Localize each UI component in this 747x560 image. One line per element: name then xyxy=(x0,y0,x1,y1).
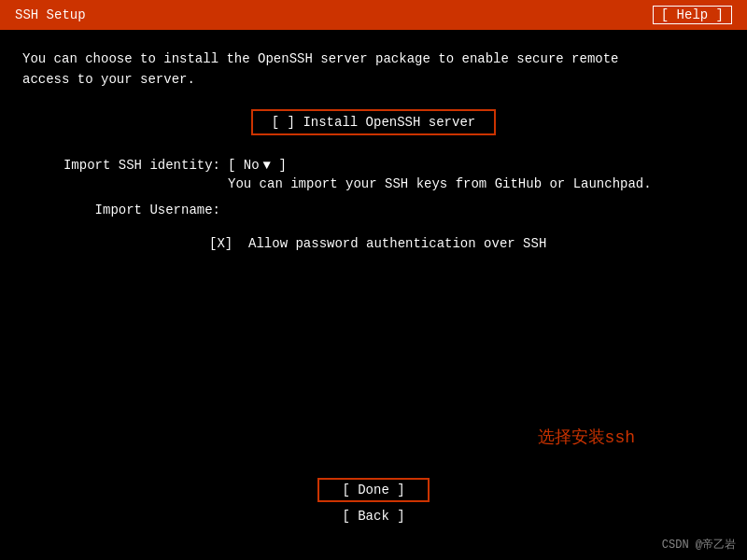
back-button[interactable]: [ Back ] xyxy=(317,506,430,526)
allow-password-row[interactable]: [X] Allow password authentication over S… xyxy=(22,236,725,251)
title-bar: SSH Setup [ Help ] xyxy=(0,0,747,30)
import-ssh-value: [ No xyxy=(228,158,260,173)
description-line1: You can choose to install the OpenSSH se… xyxy=(22,51,619,66)
import-ssh-dropdown[interactable]: [ No ▼ ] xyxy=(228,158,652,173)
install-openssh-option[interactable]: [ ] Install OpenSSH server xyxy=(22,109,725,135)
watermark: CSDN @帝乙岩 xyxy=(662,537,736,553)
app-title: SSH Setup xyxy=(15,7,86,22)
import-ssh-label: Import SSH identity: xyxy=(22,158,228,173)
allow-password-label: Allow password authentication over SSH xyxy=(248,236,546,251)
import-ssh-value-block: [ No ▼ ] You can import your SSH keys fr… xyxy=(228,158,652,191)
import-ssh-arrow: ▼ ] xyxy=(263,158,287,173)
import-username-row: Import Username: xyxy=(22,203,725,217)
import-username-input[interactable] xyxy=(228,203,235,217)
form-section: Import SSH identity: [ No ▼ ] You can im… xyxy=(22,158,725,251)
annotation-text: 选择安装ssh xyxy=(538,426,635,448)
bottom-buttons: [ Done ] [ Back ] xyxy=(0,478,747,526)
description-line2: access to your server. xyxy=(22,72,195,87)
import-ssh-hint: You can import your SSH keys from GitHub… xyxy=(228,176,652,191)
description-block: You can choose to install the OpenSSH se… xyxy=(22,49,725,91)
help-button[interactable]: [ Help ] xyxy=(653,6,732,24)
import-ssh-row: Import SSH identity: [ No ▼ ] You can im… xyxy=(22,158,725,191)
allow-password-checkbox[interactable]: [X] xyxy=(209,236,233,251)
done-button[interactable]: [ Done ] xyxy=(317,478,430,502)
main-content: You can choose to install the OpenSSH se… xyxy=(0,30,747,270)
install-openssh-checkbox[interactable]: [ ] Install OpenSSH server xyxy=(251,109,496,135)
import-username-label: Import Username: xyxy=(22,203,228,217)
